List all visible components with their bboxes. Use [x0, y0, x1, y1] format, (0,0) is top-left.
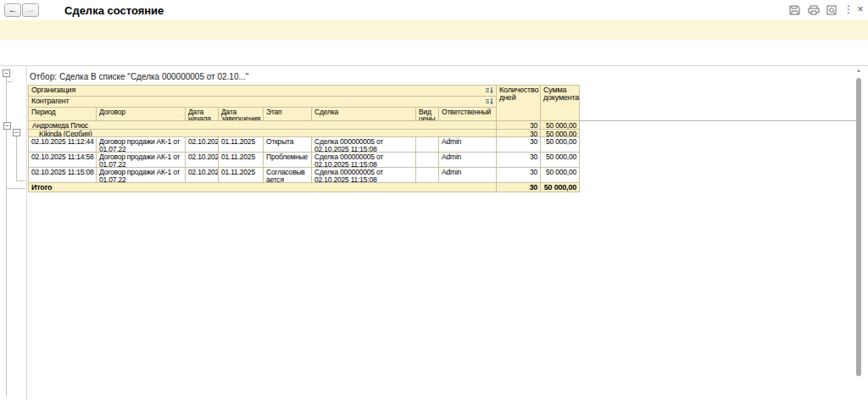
detail-deal-cell[interactable]: Сделка 000000005 от 02.10.2025 11:15:08: [312, 168, 416, 183]
detail-sum-cell[interactable]: 50 000,00: [541, 168, 580, 183]
detail-start-cell[interactable]: 02.10.2025: [186, 137, 219, 153]
save-icon[interactable]: [789, 5, 803, 18]
group-connector: [6, 188, 25, 189]
group-sum-cell[interactable]: 50 000,00: [541, 130, 580, 137]
detail-end-cell[interactable]: 01.11.2025: [219, 137, 264, 153]
detail-responsible-cell[interactable]: Admin: [439, 137, 497, 153]
detail-end-cell[interactable]: 01.11.2025: [219, 153, 264, 168]
tree-gutter-separator: [26, 66, 27, 400]
detail-days-cell[interactable]: 30: [497, 153, 541, 168]
detail-stage-cell[interactable]: Проблемные: [264, 153, 312, 168]
qty-days-header-cell[interactable]: Количество дней: [497, 86, 541, 121]
detail-start-cell[interactable]: 02.10.2025: [186, 153, 219, 168]
detail-contract-cell[interactable]: Договор продажи АК-1 от 01.07.22: [97, 153, 186, 168]
group-days-cell[interactable]: 30: [497, 121, 541, 130]
total-sum-cell[interactable]: 50 000,00: [541, 183, 580, 192]
titlebar: ← → Сделка состояние ⋮ ×: [0, 0, 868, 20]
group-sum-cell[interactable]: 50 000,00: [541, 121, 580, 130]
report-body: − − − Отбор: Сделка В списке "Сделка 000…: [0, 66, 868, 400]
detail-deal-cell[interactable]: Сделка 000000005 от 02.10.2025 11:15:08: [312, 153, 416, 168]
scrollbar-thumb[interactable]: [856, 78, 861, 376]
detail-sum-cell[interactable]: 50 000,00: [541, 137, 580, 153]
group-row-label[interactable]: Андромеда Плюс: [29, 121, 497, 130]
selection-label: Отбор:: [30, 72, 57, 81]
detail-deal-cell[interactable]: Сделка 000000005 от 02.10.2025 11:15:08: [312, 137, 416, 153]
group-days-cell[interactable]: 30: [497, 130, 541, 137]
group-row-label[interactable]: Kikinda (Сербия): [29, 130, 497, 137]
detail-period-cell[interactable]: 02.10.2025 11:15:08: [29, 168, 97, 183]
column-header[interactable]: Дата начала: [186, 108, 219, 121]
print-icon[interactable]: [808, 5, 821, 18]
detail-stage-cell[interactable]: Открыта: [264, 137, 312, 153]
total-label-cell[interactable]: Итого: [29, 183, 497, 192]
column-header[interactable]: Ответственный: [439, 108, 497, 121]
contragent-header-cell[interactable]: Контрагент: [29, 97, 497, 108]
org-header-label: Организация: [31, 86, 75, 94]
detail-period-cell[interactable]: 02.10.2025 11:12:44: [29, 137, 97, 153]
selection-value: Сделка В списке "Сделка 000000005 от 02.…: [59, 72, 248, 81]
detail-price-kind-cell[interactable]: [416, 168, 439, 183]
group-level-line: [16, 136, 17, 181]
back-button[interactable]: ←: [4, 3, 21, 17]
org-header-cell[interactable]: Организация: [29, 86, 497, 97]
report-toolbar: Сформировать Настройки... ▾ Разворачиват…: [0, 40, 868, 66]
forward-button[interactable]: →: [22, 3, 39, 17]
detail-end-cell[interactable]: 01.11.2025: [219, 168, 264, 183]
detail-days-cell[interactable]: 30: [497, 137, 541, 153]
group-connector: [16, 181, 25, 181]
detail-start-cell[interactable]: 02.10.2025: [186, 168, 219, 183]
group-connector: [6, 81, 13, 82]
close-icon[interactable]: ×: [854, 3, 867, 16]
column-header[interactable]: Вид цены: [416, 108, 439, 121]
total-days-cell[interactable]: 30: [497, 183, 541, 192]
vertical-scrollbar[interactable]: ▲: [855, 68, 862, 398]
sort-icon[interactable]: [485, 97, 494, 106]
sort-icon[interactable]: [485, 86, 494, 95]
print-preview-icon[interactable]: [826, 5, 840, 18]
detail-responsible-cell[interactable]: Admin: [439, 168, 497, 183]
detail-price-kind-cell[interactable]: [416, 153, 439, 168]
column-header[interactable]: Этап: [264, 108, 312, 121]
report-collapse-toggle[interactable]: −: [3, 69, 10, 77]
column-header[interactable]: Период: [29, 108, 97, 121]
doc-sum-header-cell[interactable]: Сумма документа: [541, 86, 580, 121]
report-table: Организация Количество дней Сумма докуме…: [28, 85, 580, 192]
report-window: ← → Сделка состояние ⋮ × Период: . . : :…: [0, 0, 868, 400]
contragent-header-label: Контрагент: [31, 97, 70, 105]
detail-stage-cell[interactable]: Согласовывается: [264, 168, 312, 183]
scroll-up-icon[interactable]: ▲: [855, 68, 862, 73]
column-header[interactable]: Договор: [97, 108, 186, 121]
subgroup-collapse-toggle[interactable]: −: [13, 129, 20, 136]
period-panel: Период: . . : : ▾: [0, 20, 868, 40]
page-title: Сделка состояние: [64, 4, 164, 17]
detail-sum-cell[interactable]: 50 000,00: [541, 153, 580, 168]
detail-days-cell[interactable]: 30: [497, 168, 541, 183]
detail-price-kind-cell[interactable]: [416, 137, 439, 153]
detail-period-cell[interactable]: 02.10.2025 11:14:58: [29, 153, 97, 168]
group-collapse-toggle[interactable]: −: [3, 122, 11, 130]
column-header[interactable]: Сделка: [312, 108, 416, 121]
detail-contract-cell[interactable]: Договор продажи АК-1 от 01.07.22: [97, 137, 186, 153]
column-header[interactable]: Дата завершения: [219, 108, 264, 121]
header-split-line: [580, 120, 856, 121]
detail-contract-cell[interactable]: Договор продажи АК-1 от 01.07.22: [97, 168, 186, 183]
detail-responsible-cell[interactable]: Admin: [439, 153, 497, 168]
